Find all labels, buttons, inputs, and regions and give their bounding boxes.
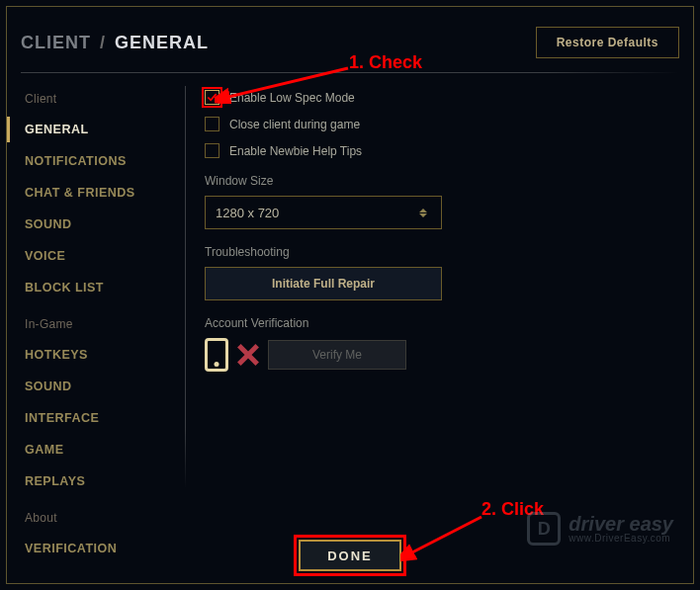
sidebar-item-hotkeys[interactable]: HOTKEYS <box>21 339 175 371</box>
header-divider <box>21 72 679 73</box>
sidebar-item-chat-friends[interactable]: CHAT & FRIENDS <box>21 177 175 209</box>
sidebar-group-client: Client <box>21 86 175 114</box>
sidebar: Client GENERAL NOTIFICATIONS CHAT & FRIE… <box>21 86 175 573</box>
sidebar-item-notifications[interactable]: NOTIFICATIONS <box>21 145 175 177</box>
breadcrumb: CLIENT / GENERAL <box>21 33 209 53</box>
sidebar-item-game[interactable]: GAME <box>21 434 175 465</box>
newbie-tips-checkbox[interactable] <box>205 143 219 158</box>
restore-defaults-button[interactable]: Restore Defaults <box>536 27 679 58</box>
breadcrumb-separator: / <box>100 33 106 52</box>
sidebar-group-about: About <box>21 505 175 533</box>
sidebar-item-interface[interactable]: INTERFACE <box>21 402 175 434</box>
phone-icon <box>205 338 228 372</box>
close-client-label: Close client during game <box>229 118 360 131</box>
main-panel: Enable Low Spec Mode Close client during… <box>205 90 663 573</box>
sidebar-item-block-list[interactable]: BLOCK LIST <box>21 272 175 303</box>
window-size-select[interactable]: 1280 x 720 <box>205 196 442 229</box>
sidebar-item-replays[interactable]: REPLAYS <box>21 465 175 497</box>
window-size-label: Window Size <box>205 174 663 188</box>
troubleshooting-label: Troubleshooting <box>205 245 663 259</box>
done-button[interactable]: DONE <box>299 540 401 571</box>
spinner-icon <box>419 209 431 217</box>
account-verification-label: Account Verification <box>205 316 663 330</box>
sidebar-item-voice[interactable]: VOICE <box>21 240 175 272</box>
low-spec-label: Enable Low Spec Mode <box>229 91 355 105</box>
newbie-tips-label: Enable Newbie Help Tips <box>229 144 362 158</box>
breadcrumb-root: CLIENT <box>21 33 91 52</box>
verify-me-button[interactable]: Verify Me <box>268 340 406 370</box>
vertical-separator <box>185 86 186 488</box>
sidebar-group-ingame: In-Game <box>21 311 175 339</box>
window-size-value: 1280 x 720 <box>216 206 279 220</box>
close-client-checkbox[interactable] <box>205 117 219 131</box>
breadcrumb-current: GENERAL <box>115 33 209 52</box>
low-spec-checkbox[interactable] <box>205 90 219 105</box>
sidebar-item-sound[interactable]: SOUND <box>21 209 175 240</box>
initiate-repair-button[interactable]: Initiate Full Repair <box>205 267 442 300</box>
sidebar-item-verification[interactable]: VERIFICATION <box>21 533 175 564</box>
sidebar-item-sound-ingame[interactable]: SOUND <box>21 371 175 402</box>
sidebar-item-general[interactable]: GENERAL <box>21 114 175 145</box>
check-icon <box>207 92 218 103</box>
x-icon <box>236 343 260 367</box>
